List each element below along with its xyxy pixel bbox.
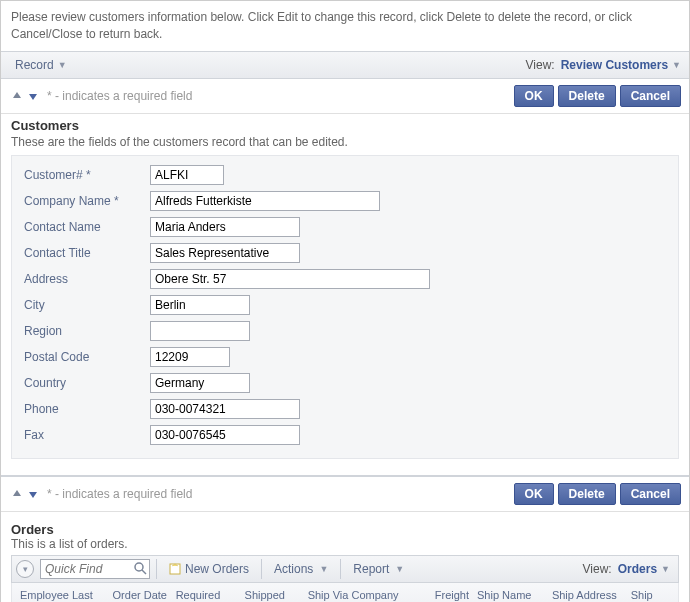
- search-icon[interactable]: [133, 561, 147, 575]
- chevron-down-icon: ▼: [672, 60, 681, 70]
- contact-name-field[interactable]: [150, 217, 300, 237]
- orders-heading: Orders: [11, 522, 679, 537]
- col-required-date[interactable]: Required Date: [172, 589, 241, 602]
- page-instructions: Please review customers information belo…: [1, 1, 689, 51]
- contact-title-field[interactable]: [150, 243, 300, 263]
- customers-sub: These are the fields of the customers re…: [11, 135, 679, 149]
- cancel-button-orders[interactable]: Cancel: [620, 483, 681, 505]
- record-toolbar: Record▼ View: Review Customers▼: [1, 51, 689, 79]
- col-ship-via[interactable]: Ship Via Company Name: [304, 589, 422, 602]
- orders-grid: Employee Last Name Order Date Required D…: [11, 583, 679, 602]
- new-orders-button[interactable]: New Orders: [163, 560, 255, 578]
- chevron-down-icon: ▾: [23, 564, 28, 574]
- country-field[interactable]: [150, 373, 250, 393]
- chevron-down-icon: ▼: [395, 564, 404, 574]
- fax-field[interactable]: [150, 425, 300, 445]
- orders-actionbar: * - indicates a required field OK Delete…: [1, 477, 689, 512]
- chevron-down-icon: ▼: [58, 60, 67, 70]
- chevron-down-icon: ▼: [661, 564, 670, 574]
- view-label: View:: [526, 58, 555, 72]
- delete-button[interactable]: Delete: [558, 85, 616, 107]
- svg-point-0: [135, 563, 143, 571]
- grid-header: Employee Last Name Order Date Required D…: [12, 583, 678, 602]
- col-shipped-date[interactable]: Shipped Date: [241, 589, 304, 602]
- phone-field[interactable]: [150, 399, 300, 419]
- arrow-down-icon[interactable]: [25, 88, 41, 104]
- orders-view-label: View:: [583, 562, 612, 576]
- required-note: * - indicates a required field: [47, 89, 192, 103]
- col-freight[interactable]: Freight: [422, 589, 473, 602]
- actions-menu[interactable]: Actions▼: [268, 560, 334, 578]
- orders-view-selector[interactable]: Orders▼: [618, 562, 670, 576]
- label-customer-id: Customer# *: [20, 168, 150, 182]
- delete-button-orders[interactable]: Delete: [558, 483, 616, 505]
- orders-sub: This is a list of orders.: [11, 537, 679, 551]
- customers-heading: Customers: [11, 118, 679, 133]
- col-ship-city[interactable]: Ship City: [627, 589, 674, 602]
- arrow-up-icon[interactable]: [9, 486, 25, 502]
- label-address: Address: [20, 272, 150, 286]
- region-field[interactable]: [150, 321, 250, 341]
- label-company-name: Company Name *: [20, 194, 150, 208]
- customers-actionbar: * - indicates a required field OK Delete…: [1, 79, 689, 114]
- orders-toolbar: ▾ New Orders Actions▼ Report▼ View: Orde…: [11, 555, 679, 583]
- label-fax: Fax: [20, 428, 150, 442]
- col-order-date[interactable]: Order Date: [109, 589, 172, 602]
- required-note-orders: * - indicates a required field: [47, 487, 192, 501]
- svg-line-1: [142, 570, 146, 574]
- label-contact-title: Contact Title: [20, 246, 150, 260]
- customer-id-field[interactable]: [150, 165, 224, 185]
- customers-form: Customer# * Company Name * Contact Name …: [11, 155, 679, 459]
- chevron-down-icon: ▼: [319, 564, 328, 574]
- ok-button-orders[interactable]: OK: [514, 483, 554, 505]
- report-menu[interactable]: Report▼: [347, 560, 410, 578]
- arrow-down-icon[interactable]: [25, 486, 41, 502]
- postal-code-field[interactable]: [150, 347, 230, 367]
- view-selector[interactable]: Review Customers▼: [561, 58, 681, 72]
- arrow-up-icon[interactable]: [9, 88, 25, 104]
- label-region: Region: [20, 324, 150, 338]
- company-name-field[interactable]: [150, 191, 380, 211]
- label-country: Country: [20, 376, 150, 390]
- filter-dropdown[interactable]: ▾: [16, 560, 34, 578]
- label-city: City: [20, 298, 150, 312]
- label-postal-code: Postal Code: [20, 350, 150, 364]
- ok-button[interactable]: OK: [514, 85, 554, 107]
- city-field[interactable]: [150, 295, 250, 315]
- label-contact-name: Contact Name: [20, 220, 150, 234]
- new-icon: [169, 563, 181, 575]
- label-phone: Phone: [20, 402, 150, 416]
- col-ship-address[interactable]: Ship Address: [548, 589, 627, 602]
- col-employee[interactable]: Employee Last Name: [16, 589, 109, 602]
- cancel-button[interactable]: Cancel: [620, 85, 681, 107]
- col-ship-name[interactable]: Ship Name: [473, 589, 548, 602]
- record-menu[interactable]: Record▼: [9, 56, 73, 74]
- address-field[interactable]: [150, 269, 430, 289]
